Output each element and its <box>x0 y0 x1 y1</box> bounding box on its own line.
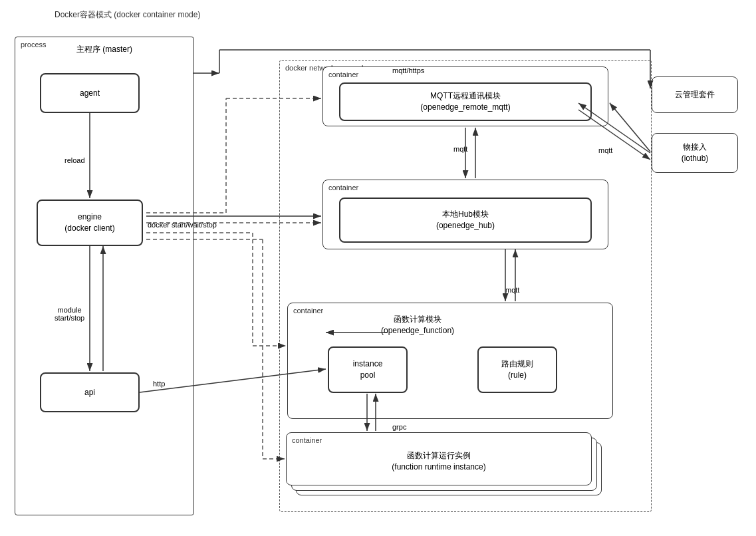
instance-pool-box: instance pool <box>328 346 408 393</box>
rule-label: 路由规则 (rule) <box>501 358 533 381</box>
reload-label: reload <box>64 156 85 164</box>
instance-pool-label: instance pool <box>353 358 383 381</box>
function-module-label: 函数计算模块 (openedge_function) <box>381 314 454 336</box>
container-function-box: container 函数计算模块 (openedge_function) ins… <box>287 303 613 419</box>
container-hub-label: container <box>328 183 358 193</box>
diagram-container: Docker容器模式 (docker container mode) proce… <box>0 0 756 536</box>
container-function-label: container <box>293 306 323 316</box>
api-label: api <box>84 387 95 398</box>
docker-start-stop-label: docker start/wait/stop <box>148 221 217 229</box>
container-runtime-box: container 函数计算运行实例 (function runtime ins… <box>286 432 592 485</box>
grpc-label: grpc <box>392 423 406 431</box>
cloud-mgmt-box: 云管理套件 <box>652 76 738 113</box>
runtime-label: 函数计算运行实例 (function runtime instance) <box>392 450 485 473</box>
process-label: process <box>21 40 47 50</box>
iothub-box: 物接入 (iothub) <box>652 133 738 173</box>
mqtt-label3: mqtt <box>505 286 519 294</box>
agent-label: agent <box>80 88 100 99</box>
hub-module-label: 本地Hub模块 (openedge_hub) <box>436 209 495 231</box>
container-mqtt-label: container <box>328 70 358 80</box>
title-label: Docker容器模式 (docker container mode) <box>55 9 200 21</box>
iothub-label: 物接入 (iothub) <box>682 142 709 164</box>
api-box: api <box>40 372 140 412</box>
mqtt-module-label: MQTT远程通讯模块 (openedge_remote_mqtt) <box>420 90 510 113</box>
rule-box: 路由规则 (rule) <box>477 346 557 393</box>
mqtt-label1: mqtt <box>598 146 612 154</box>
module-start-stop-label: module start/stop <box>55 306 84 322</box>
container-hub-box: container 本地Hub模块 (openedge_hub) <box>322 180 608 249</box>
master-label: 主程序 (master) <box>76 44 132 55</box>
cloud-mgmt-label: 云管理套件 <box>675 89 715 100</box>
agent-box: agent <box>40 73 140 113</box>
mqtt-module-box: MQTT远程通讯模块 (openedge_remote_mqtt) <box>339 82 592 121</box>
engine-box: engine (docker client) <box>37 200 143 246</box>
mqtt-https-label: mqtt/https <box>392 67 424 74</box>
container-mqtt-box: container MQTT远程通讯模块 (openedge_remote_mq… <box>322 67 608 126</box>
container-runtime-label: container <box>292 436 322 446</box>
engine-label: engine (docker client) <box>64 211 114 234</box>
http-label: http <box>153 380 165 388</box>
hub-module-box: 本地Hub模块 (openedge_hub) <box>339 198 592 243</box>
mqtt-label2: mqtt <box>453 145 467 153</box>
